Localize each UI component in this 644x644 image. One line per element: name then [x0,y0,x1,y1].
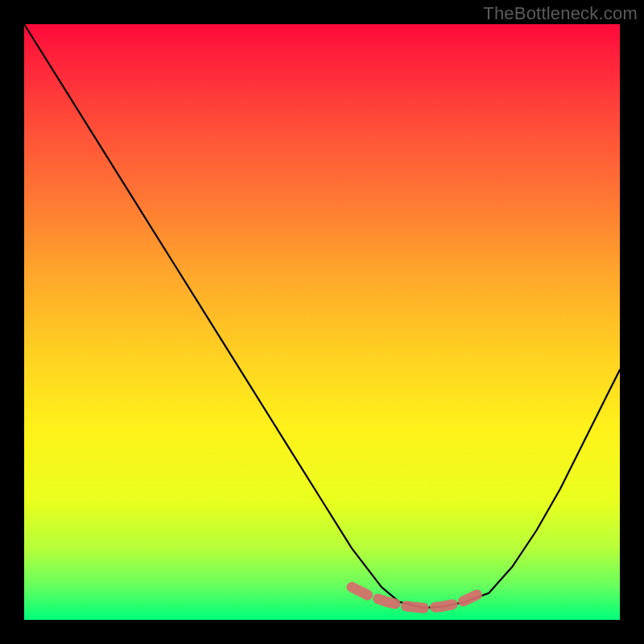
bottleneck-curve [24,24,620,608]
plot-area [24,24,620,620]
chart-svg [24,24,620,620]
chart-frame: TheBottleneck.com [0,0,644,644]
curve-highlight [352,587,477,608]
watermark-text: TheBottleneck.com [483,3,638,24]
